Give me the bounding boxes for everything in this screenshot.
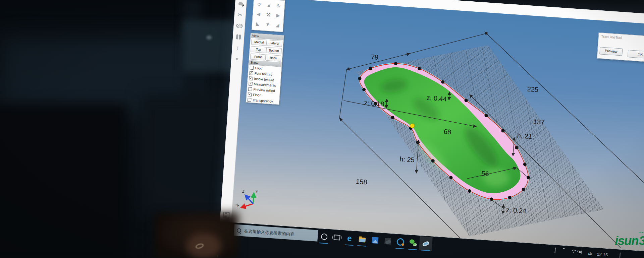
- view-medial-button[interactable]: Medial: [251, 39, 267, 46]
- axis-z-label: Z: [242, 189, 245, 193]
- photos-icon: [372, 237, 378, 244]
- show-item-label: Foot texture: [254, 71, 272, 76]
- brand-watermark: isun 3: [615, 234, 644, 248]
- wechat-button[interactable]: [406, 235, 420, 250]
- room-background: [0, 0, 241, 258]
- circle-app-button[interactable]: [393, 235, 407, 250]
- edge-button[interactable]: e: [343, 231, 357, 246]
- start-button[interactable]: [223, 225, 230, 232]
- measure-medial-length: 158: [356, 178, 368, 186]
- rotate-right-icon[interactable]: ↻: [274, 1, 284, 11]
- view-show-panel: View Medial Lateral Top Bottom Front Bac…: [246, 33, 284, 105]
- nav-pad: ↺ ▲ ↻ ◀ ⚒ ▶ ◣ ▼ ◢: [252, 0, 285, 32]
- show-item-label: Transparency: [253, 98, 273, 103]
- measure-heel-length: 137: [533, 118, 545, 126]
- checkbox[interactable]: ✓: [249, 71, 253, 75]
- dark-app-button[interactable]: [381, 234, 394, 249]
- cortana-icon: [321, 233, 327, 240]
- select-region-icon[interactable]: [237, 0, 245, 8]
- measure-mid-width: 68: [443, 128, 451, 135]
- notification-tile[interactable]: [620, 253, 621, 258]
- view-front-button[interactable]: Front: [250, 53, 266, 60]
- watermark-suffix: 3: [639, 234, 644, 248]
- ok-button[interactable]: OK: [628, 50, 644, 59]
- watermark-text: isun: [615, 234, 638, 248]
- insole-pair-icon[interactable]: [234, 33, 242, 41]
- checkbox[interactable]: ✓: [248, 92, 252, 96]
- hand-skin: [186, 234, 221, 258]
- view-lateral-button[interactable]: Lateral: [267, 40, 282, 47]
- selected-control-point[interactable]: [410, 124, 415, 128]
- search-input[interactable]: [243, 228, 312, 238]
- axis-x-label: X: [235, 203, 239, 207]
- checkbox[interactable]: [248, 98, 252, 102]
- circle-app-icon: [396, 238, 404, 246]
- measure-toe-z: z: 0.18: [364, 99, 384, 108]
- preview-button[interactable]: Preview: [599, 47, 623, 56]
- checkbox[interactable]: [250, 66, 254, 70]
- scissors-icon[interactable]: ✂: [236, 11, 244, 18]
- pan-left-icon[interactable]: ◀: [253, 9, 264, 19]
- save-icon[interactable]: [223, 212, 229, 218]
- person-silhouette: [0, 104, 127, 258]
- axis-y-label: Y: [256, 190, 259, 194]
- measure-lateral-height: h: 21: [517, 132, 532, 140]
- expand-icon[interactable]: ↔↔: [233, 55, 240, 63]
- ring-highlight: [195, 243, 204, 250]
- view-back-button[interactable]: Back: [265, 55, 281, 62]
- monitor-screen: ✂ ↕ ↔↔: [217, 0, 644, 258]
- pan-right-icon[interactable]: ▶: [273, 10, 283, 21]
- tilt-right-icon[interactable]: ◢: [272, 20, 283, 30]
- show-item-label: Preview milled: [253, 87, 275, 92]
- measure-heel-width: 56: [481, 170, 489, 177]
- view-bottom-button[interactable]: Bottom: [266, 47, 282, 54]
- checkbox[interactable]: ✓: [249, 82, 253, 86]
- file-explorer-button[interactable]: [356, 232, 369, 247]
- axis-triad: Y Z X: [234, 187, 266, 216]
- trimlinetool-dialog: TrimLineTool Preview OK: [597, 33, 644, 63]
- measure-medial-height: h: 25: [399, 155, 415, 164]
- vertical-resize-icon[interactable]: ↕: [234, 44, 241, 52]
- task-view-icon: [333, 235, 340, 240]
- pan-down-icon[interactable]: ▼: [262, 19, 273, 29]
- measure-heel-z: z: 0.24: [506, 206, 526, 215]
- cortana-button[interactable]: [317, 229, 331, 244]
- insole-app-icon: [422, 241, 430, 247]
- insole-app-button[interactable]: [419, 236, 433, 251]
- show-item-label: Floor: [253, 93, 261, 97]
- clock[interactable]: 12:15: [597, 252, 608, 257]
- folder-icon: [359, 237, 366, 242]
- room-background-column: [184, 0, 201, 131]
- photo-root: ✂ ↕ ↔↔: [0, 0, 644, 258]
- measure-mid-z: z: 0.44: [426, 94, 447, 103]
- background-light-dot: [206, 36, 212, 40]
- tilt-left-icon[interactable]: ◣: [253, 18, 263, 29]
- ime-indicator[interactable]: 中: [588, 251, 593, 258]
- search-icon: [236, 228, 241, 233]
- measure-total-length: 225: [527, 85, 539, 93]
- viewport-3d[interactable]: 79 225 137 h: 21 z: 0.44 z: 0.18 68 h: 2…: [231, 0, 644, 252]
- show-item-label: Insole texture: [254, 77, 274, 82]
- edge-icon: e: [347, 235, 352, 242]
- tray-chevron[interactable]: [554, 248, 555, 253]
- measure-toe-width: 79: [371, 53, 379, 61]
- room-background-band: [0, 37, 201, 117]
- checkbox[interactable]: ✓: [249, 76, 253, 80]
- wechat-icon: [409, 239, 417, 246]
- task-view-button[interactable]: [330, 230, 344, 245]
- hatch-ellipse-icon[interactable]: [235, 22, 243, 29]
- photos-button[interactable]: [368, 233, 382, 248]
- dark-app-icon: [384, 238, 391, 244]
- show-item-label: Foot: [255, 66, 262, 70]
- view-top-button[interactable]: Top: [251, 46, 266, 53]
- pan-up-icon[interactable]: ▲: [264, 0, 274, 10]
- rotate-left-icon[interactable]: ↺: [254, 0, 264, 10]
- settings-tools-icon[interactable]: ⚒: [263, 10, 273, 20]
- checkbox[interactable]: [248, 87, 252, 91]
- insole-model-scene: 79 225 137 h: 21 z: 0.44 z: 0.18 68 h: 2…: [231, 0, 644, 252]
